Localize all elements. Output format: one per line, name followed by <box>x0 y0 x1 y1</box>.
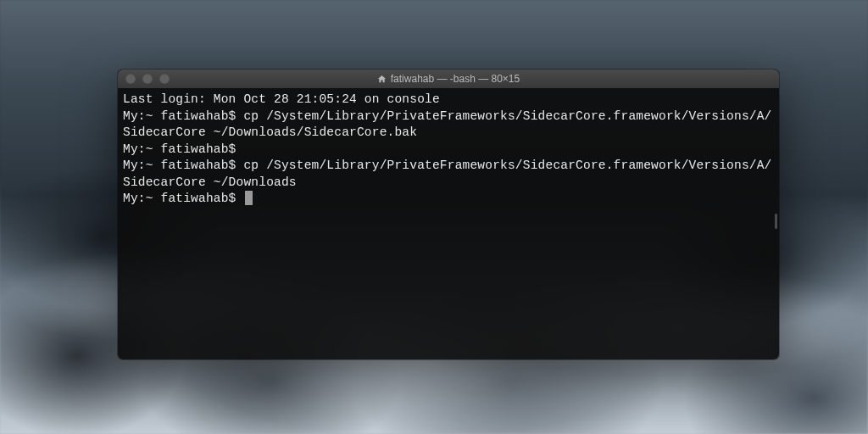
terminal-line: My:~ fatiwahab$ cp /System/Library/Priva… <box>123 108 774 142</box>
titlebar[interactable]: fatiwahab — -bash — 80×15 <box>118 70 779 88</box>
maximize-icon[interactable] <box>159 74 170 84</box>
terminal-window: fatiwahab — -bash — 80×15 Last login: Mo… <box>118 70 779 359</box>
terminal-line: Last login: Mon Oct 28 21:05:24 on conso… <box>123 92 774 108</box>
terminal-line: My:~ fatiwahab$ <box>123 142 774 159</box>
window-title-text: fatiwahab — -bash — 80×15 <box>391 73 520 85</box>
home-icon <box>377 75 387 84</box>
close-icon[interactable] <box>125 74 136 84</box>
scrollbar[interactable] <box>775 214 777 229</box>
terminal-body[interactable]: Last login: Mon Oct 28 21:05:24 on conso… <box>118 88 779 359</box>
minimize-icon[interactable] <box>142 74 153 84</box>
terminal-line: My:~ fatiwahab$ cp /System/Library/Priva… <box>123 158 774 191</box>
terminal-prompt-text: My:~ fatiwahab$ <box>123 192 243 205</box>
terminal-prompt-line: My:~ fatiwahab$ <box>123 191 774 208</box>
traffic-lights <box>118 74 170 84</box>
window-title: fatiwahab — -bash — 80×15 <box>118 73 779 85</box>
cursor <box>245 191 253 205</box>
